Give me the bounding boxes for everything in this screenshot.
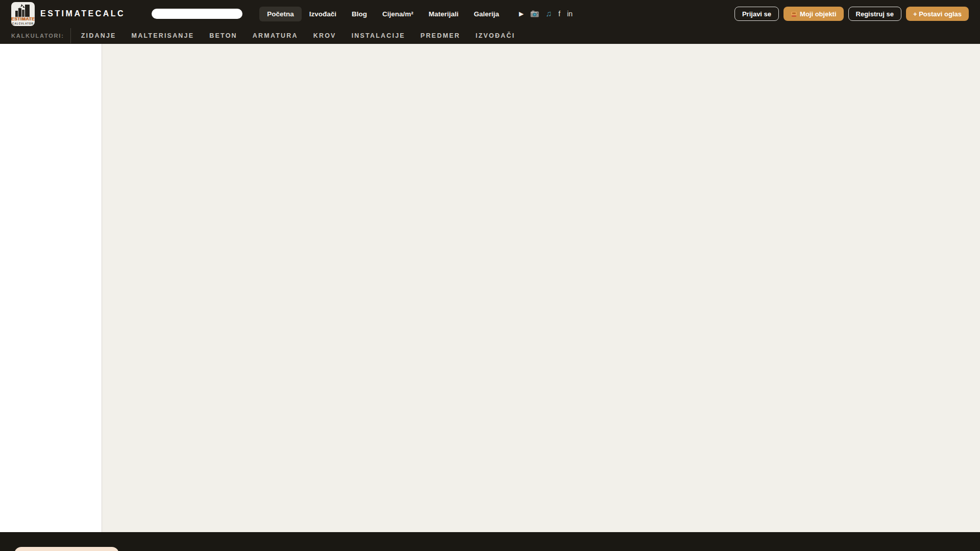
calculators-divider [70, 28, 71, 43]
search-input[interactable] [152, 9, 242, 19]
my-objects-button[interactable]: Moji objekti [783, 7, 844, 21]
brand-name[interactable]: ESTIMATECALC [40, 9, 125, 18]
footer-bar [0, 532, 980, 551]
page-content [0, 44, 980, 532]
nav-item-cijena-m2[interactable]: Cijena/m² [375, 7, 421, 21]
logo-text-estimate: ESTIMATE [11, 16, 35, 21]
nav-item-galerija[interactable]: Galerija [466, 7, 507, 21]
nav-item-blog[interactable]: Blog [344, 7, 375, 21]
main-content-area [103, 44, 980, 532]
calc-item-predmer[interactable]: PREDMER [421, 32, 460, 39]
main-nav: Početna Izvođači Blog Cijena/m² Materija… [259, 7, 507, 21]
calc-item-armatura[interactable]: ARMATURA [253, 32, 298, 39]
play-icon[interactable]: ▶ [519, 11, 524, 17]
calc-item-izvodaci[interactable]: IZVOĐAČI [476, 32, 515, 39]
post-ad-button[interactable]: + Postavi oglas [906, 7, 969, 21]
camera-icon[interactable] [530, 10, 539, 17]
left-sidebar [0, 44, 102, 532]
register-button[interactable]: Registruj se [848, 7, 901, 21]
calculators-nav: ZIDANJE MALTERISANJE BETON ARMATURA KROV… [81, 32, 515, 39]
nav-item-izvodaci[interactable]: Izvođači [302, 7, 344, 21]
post-ad-button-label: + Postavi oglas [913, 10, 962, 18]
logo-buildings-icon [15, 4, 31, 17]
my-objects-button-label: Moji objekti [800, 10, 837, 18]
social-icons: ▶ ♫ f in [519, 10, 573, 18]
calc-item-instalacije[interactable]: INSTALACIJE [352, 32, 405, 39]
calc-item-zidanje[interactable]: ZIDANJE [81, 32, 116, 39]
calculators-nav-bar: KALKULATORI: ZIDANJE MALTERISANJE BETON … [0, 28, 980, 44]
facebook-icon[interactable]: f [558, 10, 560, 17]
login-button[interactable]: Prijavi se [734, 7, 779, 21]
brand-logo[interactable]: ESTIMATE CALCULATOR [11, 2, 35, 26]
logo-text-calculator: CALCULATOR [11, 22, 35, 25]
nav-item-materijali[interactable]: Materijali [421, 7, 467, 21]
footer-widget-button[interactable] [14, 547, 119, 551]
login-button-label: Prijavi se [742, 10, 771, 18]
calc-item-malterisanje[interactable]: MALTERISANJE [132, 32, 194, 39]
calc-item-beton[interactable]: BETON [209, 32, 237, 39]
my-objects-icon [791, 11, 797, 17]
register-button-label: Registruj se [856, 10, 894, 18]
header-actions: Prijavi se Moji objekti Registruj se + P… [734, 7, 969, 21]
top-header: ESTIMATE CALCULATOR ESTIMATECALC Početna… [0, 0, 980, 44]
music-note-icon[interactable]: ♫ [546, 10, 552, 18]
linkedin-icon[interactable]: in [567, 10, 573, 17]
calculators-label: KALKULATORI: [11, 33, 64, 39]
header-main-row: ESTIMATE CALCULATOR ESTIMATECALC Početna… [0, 0, 980, 28]
calc-item-krov[interactable]: KROV [313, 32, 336, 39]
nav-item-pocetna[interactable]: Početna [259, 7, 302, 21]
